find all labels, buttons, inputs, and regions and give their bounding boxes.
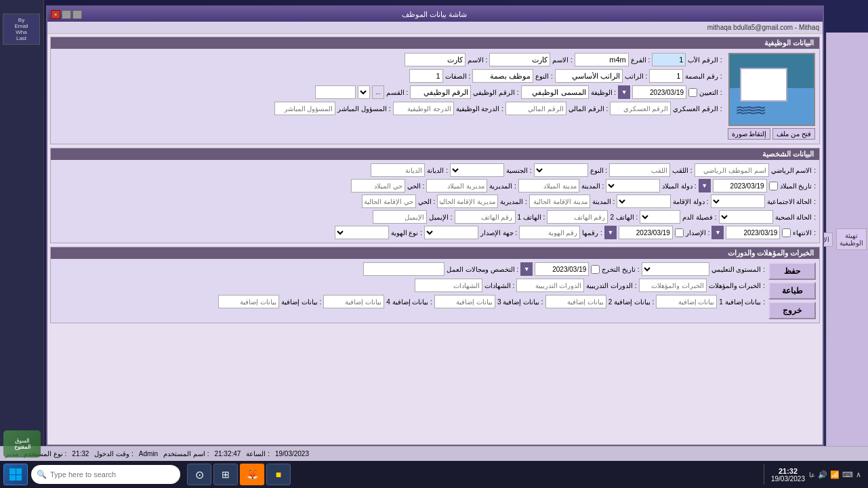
current-city-label: : المدينة: [592, 198, 615, 205]
graduation-date-checkbox[interactable]: [591, 265, 600, 274]
email-label: : الإيميل: [429, 214, 453, 221]
education-level-select[interactable]: [642, 262, 709, 276]
keyboard-icon[interactable]: ⌨: [842, 470, 853, 479]
id-expiry-calendar[interactable]: ▼: [711, 226, 724, 239]
id-type-select[interactable]: [335, 226, 389, 239]
open-file-button[interactable]: فتح من ملف: [772, 128, 815, 140]
qualifications-input[interactable]: [639, 279, 707, 292]
social-status-label: : الحالة الاجتماعية: [767, 198, 816, 205]
phone2-input[interactable]: [547, 210, 608, 224]
appointment-date-input[interactable]: [632, 85, 686, 99]
save-button[interactable]: حفظ: [768, 262, 816, 280]
id-issuer-select[interactable]: [424, 226, 478, 239]
language-indicator[interactable]: عا: [809, 471, 815, 479]
tray-arrow[interactable]: ∧: [856, 470, 861, 479]
id-number-input[interactable]: [519, 226, 580, 239]
network-icon[interactable]: 📶: [830, 470, 840, 479]
sports-name-input[interactable]: [695, 163, 769, 177]
show-desktop[interactable]: [764, 464, 767, 485]
extra1-input[interactable]: [656, 295, 717, 308]
extra5-input[interactable]: [218, 295, 279, 308]
id-issue-checkbox[interactable]: [675, 228, 684, 237]
id-expiry-input[interactable]: [726, 226, 780, 239]
email-input[interactable]: [373, 210, 427, 224]
department-input[interactable]: [315, 85, 356, 99]
health-status-select[interactable]: [719, 210, 773, 224]
birth-directorate-input[interactable]: [426, 179, 487, 192]
taskbar-view-icon[interactable]: ⊞: [213, 464, 238, 485]
religion-input[interactable]: [371, 163, 425, 177]
financial-input[interactable]: [505, 102, 566, 115]
nationality-select[interactable]: [450, 163, 504, 177]
window-max-btn[interactable]: [62, 10, 71, 19]
id-issue-date-input[interactable]: [619, 226, 673, 239]
start-button[interactable]: [3, 464, 28, 485]
blood-type-select[interactable]: [640, 210, 680, 224]
extra2-label: : بيانات إضافية 2: [608, 298, 655, 306]
last-name-input[interactable]: [405, 53, 466, 66]
job-input[interactable]: [521, 85, 589, 99]
status-user-label: : اسم المستخدم: [163, 450, 209, 458]
extra4-input[interactable]: [323, 295, 384, 308]
graduation-date-input[interactable]: [535, 262, 589, 276]
phone1-input[interactable]: [455, 210, 516, 224]
taskbar-search-icon[interactable]: ⊙: [187, 464, 211, 485]
status-date: 19/03/2023: [275, 450, 309, 458]
nickname-input[interactable]: [609, 163, 670, 177]
window-min-btn[interactable]: [73, 10, 82, 19]
appointment-calendar-icon[interactable]: ▼: [618, 85, 630, 99]
work-areas-input[interactable]: [363, 262, 445, 276]
birth-date-calendar[interactable]: ▼: [699, 179, 711, 192]
search-input[interactable]: [50, 470, 175, 479]
department-select[interactable]: ▼: [358, 85, 370, 99]
volume-icon[interactable]: 🔊: [818, 470, 827, 479]
training-input[interactable]: [516, 279, 584, 292]
current-city-input[interactable]: [529, 195, 590, 208]
military-input[interactable]: [610, 102, 671, 115]
social-status-select[interactable]: [711, 195, 765, 208]
salary-input[interactable]: [555, 69, 623, 83]
badge-number-input[interactable]: [649, 69, 683, 83]
job-grade-input[interactable]: [393, 102, 454, 115]
print-button[interactable]: طباعة: [768, 282, 816, 300]
extra3-input[interactable]: [434, 295, 495, 308]
birth-city-label: : المدينة: [581, 182, 604, 190]
birth-neighborhood-input[interactable]: [351, 179, 405, 192]
main-window: × شاشة بيانات الموظف mithaqa bdulla5@gma…: [46, 5, 824, 446]
attributes-input[interactable]: [409, 69, 443, 83]
department-ellipsis[interactable]: ...: [372, 85, 384, 99]
exit-button[interactable]: خروج: [768, 302, 816, 319]
type-input[interactable]: [472, 69, 533, 83]
status-time: 21:32:47: [214, 450, 241, 458]
taskbar-app-icon[interactable]: ■: [266, 464, 291, 485]
birth-date-checkbox[interactable]: [769, 182, 778, 190]
window-close-btn[interactable]: ×: [51, 10, 60, 19]
capture-image-button[interactable]: إلتقاط صورة: [728, 128, 771, 140]
father-number-input[interactable]: [652, 53, 686, 66]
birth-city-input[interactable]: [518, 179, 579, 192]
content-area[interactable]: البيانات الوظيفية ≋≋≋: [47, 34, 823, 445]
right-panel-item-1[interactable]: تهيئة الوظيفية: [836, 228, 867, 250]
job-number-input[interactable]: [410, 85, 471, 99]
military-label: : الرقم العسكري: [673, 105, 722, 113]
birth-date-input[interactable]: [713, 179, 767, 192]
certificates-input[interactable]: [415, 279, 482, 292]
birth-country-select[interactable]: [606, 179, 660, 192]
type-label: : النوع: [535, 73, 553, 80]
graduation-calendar[interactable]: ▼: [520, 262, 533, 276]
taskbar-browser-icon[interactable]: 🦊: [240, 464, 264, 485]
id-expiry-checkbox[interactable]: [782, 228, 791, 237]
current-directorate-input[interactable]: [437, 195, 498, 208]
id-issue-calendar[interactable]: ▼: [604, 226, 617, 239]
extra2-input[interactable]: [545, 295, 606, 308]
appointment-checkbox[interactable]: [688, 88, 697, 97]
first-name-input[interactable]: [489, 53, 550, 66]
current-country-select[interactable]: [617, 195, 671, 208]
status-login-time: 21:32: [72, 450, 89, 458]
gender-select[interactable]: [534, 163, 588, 177]
current-neighborhood-input[interactable]: [362, 195, 416, 208]
taskbar: 🔍 ⊙ ⊞ 🦊 ■ ∧ ⌨ 📶 🔊 عا 21:32 19/03/2023: [0, 461, 868, 488]
clock-area[interactable]: 21:32 19/03/2023: [771, 467, 805, 483]
branch-input[interactable]: [575, 53, 629, 66]
supervisor-input[interactable]: [274, 102, 335, 115]
